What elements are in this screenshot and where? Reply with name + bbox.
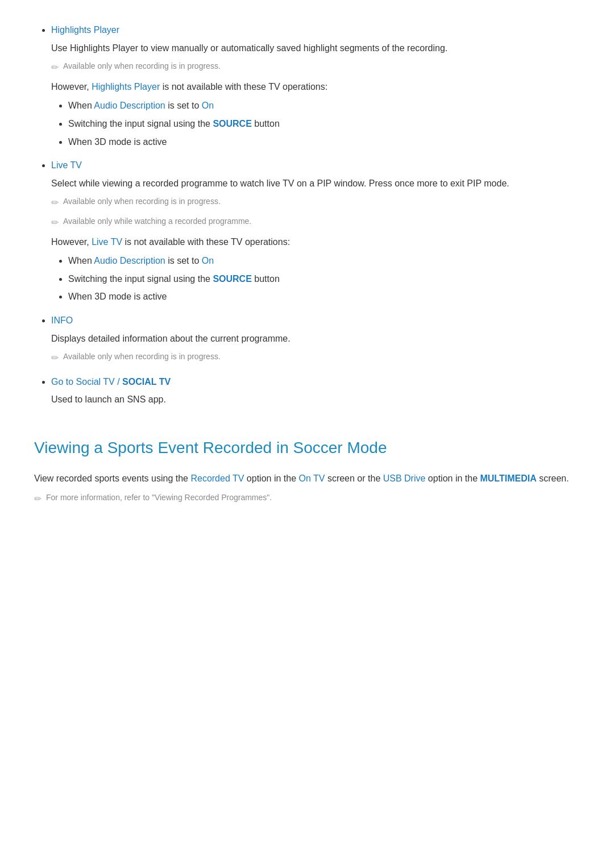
on-tv-link[interactable]: On TV [298,474,325,483]
info-body: Displays detailed information about the … [51,331,580,366]
highlights-player-body: Use Highlights Player to view manually o… [51,41,580,149]
highlights-sub-item-3: When 3D mode is active [68,135,580,149]
highlights-player-inline-link[interactable]: Highlights Player [92,82,160,92]
highlights-player-title[interactable]: Highlights Player [51,25,119,35]
highlights-player-desc: Use Highlights Player to view manually o… [51,41,580,56]
live-tv-title[interactable]: Live TV [51,160,82,170]
on-link-1[interactable]: On [202,101,214,110]
live-tv-desc: Select while viewing a recorded programm… [51,176,580,191]
social-tv-caps-link[interactable]: SOCIAL TV [122,377,171,387]
live-tv-inline-link[interactable]: Live TV [92,237,122,247]
highlights-player-note1: ✏ Available only when recording is in pr… [51,60,580,75]
on-link-2[interactable]: On [202,256,214,265]
social-tv-desc: Used to launch an SNS app. [51,392,580,407]
info-item: INFO Displays detailed information about… [51,313,580,366]
live-tv-note1-text: Available only when recording is in prog… [63,195,221,207]
social-tv-body: Used to launch an SNS app. [51,392,580,407]
highlights-player-item: Highlights Player Use Highlights Player … [51,23,580,149]
source-link-2[interactable]: SOURCE [213,274,251,284]
multimedia-link[interactable]: MULTIMEDIA [480,474,536,483]
main-list: Highlights Player Use Highlights Player … [34,23,580,407]
live-tv-sub-item-1: When Audio Description is set to On [68,254,580,268]
note-icon-3: ✏ [51,215,59,230]
note-icon-4: ✏ [51,351,59,366]
audio-desc-link-2[interactable]: Audio Description [94,256,165,265]
live-tv-note1: ✏ Available only when recording is in pr… [51,195,580,210]
info-note1: ✏ Available only when recording is in pr… [51,350,580,366]
note-icon-5: ✏ [34,492,42,506]
soccer-section-title: Viewing a Sports Event Recorded in Socce… [34,435,580,461]
live-tv-note2-text: Available only while watching a recorded… [63,215,251,227]
social-tv-title[interactable]: Go to Social TV / SOCIAL TV [51,377,171,387]
live-tv-sub-item-2: Switching the input signal using the SOU… [68,272,580,286]
info-title[interactable]: INFO [51,315,73,325]
soccer-section: Viewing a Sports Event Recorded in Socce… [34,435,580,506]
source-link-1[interactable]: SOURCE [213,119,251,128]
usb-drive-link[interactable]: USB Drive [383,474,426,483]
note-icon-2: ✏ [51,196,59,210]
recorded-tv-link[interactable]: Recorded TV [190,474,244,483]
go-to-social-tv-link[interactable]: Go to Social TV [51,377,115,387]
live-tv-body: Select while viewing a recorded programm… [51,176,580,304]
info-note1-text: Available only when recording is in prog… [63,350,221,363]
social-tv-item: Go to Social TV / SOCIAL TV Used to laun… [51,375,580,407]
live-tv-sub-list: When Audio Description is set to On Swit… [51,254,580,304]
info-desc: Displays detailed information about the … [51,331,580,346]
live-tv-note2: ✏ Available only while watching a record… [51,215,580,230]
live-tv-however: However, Live TV is not available with t… [51,235,580,250]
audio-desc-link-1[interactable]: Audio Description [94,101,165,110]
soccer-section-desc: View recorded sports events using the Re… [34,471,580,486]
live-tv-item: Live TV Select while viewing a recorded … [51,158,580,304]
highlights-player-sub-list: When Audio Description is set to On Swit… [51,98,580,149]
highlights-player-note1-text: Available only when recording is in prog… [63,60,221,72]
soccer-section-body: View recorded sports events using the Re… [34,471,580,506]
highlights-player-however: However, Highlights Player is not availa… [51,80,580,94]
highlights-sub-item-2: Switching the input signal using the SOU… [68,117,580,131]
live-tv-sub-item-3: When 3D mode is active [68,289,580,304]
highlights-sub-item-1: When Audio Description is set to On [68,98,580,113]
note-icon-1: ✏ [51,60,59,75]
soccer-note1-text: For more information, refer to "Viewing … [46,491,272,504]
soccer-note1: ✏ For more information, refer to "Viewin… [34,491,580,506]
